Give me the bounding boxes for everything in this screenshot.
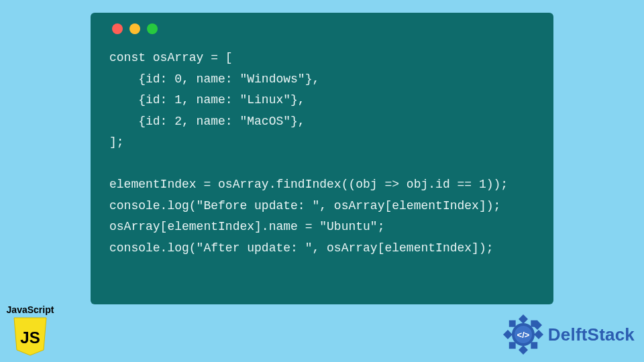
delftstack-logo: </> DelftStack [502,314,635,355]
javascript-badge: JavaScript JS [4,304,56,357]
close-icon [112,23,123,34]
code-window: const osArray = [ {id: 0, name: "Windows… [91,13,553,304]
minimize-icon [129,23,140,34]
svg-marker-5 [519,345,528,355]
javascript-shield-icon: JS [12,316,48,357]
javascript-label: JavaScript [4,304,56,315]
svg-marker-7 [503,330,513,339]
maximize-icon [147,23,158,34]
js-shield-text: JS [20,328,40,347]
window-traffic-lights [112,23,535,34]
svg-marker-0 [519,314,528,324]
svg-text:</>: </> [517,330,529,340]
svg-marker-3 [534,330,543,339]
delftstack-gear-icon: </> [502,314,544,355]
delftstack-brand-text: DelftStack [548,324,635,345]
code-block: const osArray = [ {id: 0, name: "Windows… [109,48,535,259]
